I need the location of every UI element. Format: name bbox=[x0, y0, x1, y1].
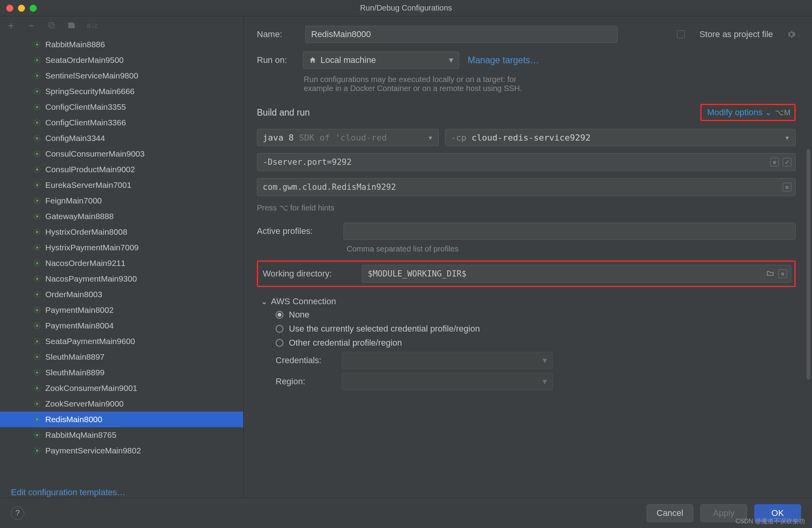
config-tree[interactable]: RabbitMain8886SeataOrderMain9500Sentinel… bbox=[0, 34, 243, 482]
run-config-icon bbox=[33, 181, 41, 189]
config-item-label: HystrixPaymentMain7009 bbox=[45, 243, 139, 252]
expand-field-icon[interactable]: ≡ bbox=[778, 269, 787, 278]
config-item-label: NacosPaymentMain9300 bbox=[45, 274, 137, 284]
config-item-label: ConsulConsumerMain9003 bbox=[45, 149, 144, 159]
config-item[interactable]: NacosOrderMain9211 bbox=[0, 255, 243, 271]
config-item[interactable]: HystrixPaymentMain7009 bbox=[0, 240, 243, 255]
scrollbar[interactable] bbox=[807, 149, 810, 380]
copy-config-button[interactable] bbox=[46, 20, 57, 31]
config-item-label: SeataPaymentMain9600 bbox=[45, 337, 135, 346]
config-item[interactable]: RabbitMain8886 bbox=[0, 37, 243, 52]
cancel-button[interactable]: Cancel bbox=[646, 504, 693, 522]
config-item-label: ZookConsumerMain9001 bbox=[45, 384, 137, 393]
run-on-hint-2: example in a Docker Container or on a re… bbox=[304, 84, 796, 93]
config-item[interactable]: NacosPaymentMain9300 bbox=[0, 271, 243, 287]
minimize-window-button[interactable] bbox=[18, 5, 25, 12]
aws-connection-toggle[interactable]: ⌄ AWS Connection bbox=[261, 296, 796, 307]
expand-field-icon[interactable]: ≡ bbox=[770, 158, 779, 166]
config-item[interactable]: ConfigClientMain3355 bbox=[0, 99, 243, 115]
config-item[interactable]: GatewayMain8888 bbox=[0, 209, 243, 224]
save-config-button[interactable] bbox=[66, 20, 77, 31]
modify-options-link[interactable]: Modify options ⌄ bbox=[707, 107, 772, 118]
run-config-icon bbox=[33, 368, 41, 377]
fullscreen-field-icon[interactable]: ⤢ bbox=[783, 158, 791, 166]
config-item-label: ZookServerMain9000 bbox=[45, 399, 124, 408]
run-on-select[interactable]: Local machine bbox=[303, 52, 459, 69]
run-config-icon bbox=[33, 290, 41, 299]
config-item-label: RabbitMqMain8765 bbox=[45, 430, 116, 440]
vm-options-input[interactable]: -Dserver.port=9292 ≡ ⤢ bbox=[257, 153, 796, 171]
config-item-label: ConfigMain3344 bbox=[45, 134, 105, 143]
chevron-down-icon: ⌄ bbox=[765, 107, 772, 118]
config-item[interactable]: EurekaServerMain7001 bbox=[0, 177, 243, 193]
config-item[interactable]: SeataOrderMain9500 bbox=[0, 52, 243, 68]
close-window-button[interactable] bbox=[6, 5, 13, 12]
run-on-label: Run on: bbox=[257, 55, 294, 65]
run-on-hint-1: Run configurations may be executed local… bbox=[304, 75, 796, 84]
working-directory-input[interactable]: $MODULE_WORKING_DIR$ ≡ bbox=[362, 265, 791, 283]
config-item[interactable]: FeignMain7000 bbox=[0, 193, 243, 209]
config-item[interactable]: ConfigMain3344 bbox=[0, 130, 243, 146]
config-item-label: SentinelServiceMain9800 bbox=[45, 71, 138, 80]
remove-config-button[interactable]: － bbox=[26, 20, 37, 31]
config-item[interactable]: PaymentServiceMain9802 bbox=[0, 443, 243, 458]
modify-options-shortcut: ⌥M bbox=[775, 108, 791, 117]
aws-region-select[interactable] bbox=[342, 373, 553, 390]
config-item-label: SeataOrderMain9500 bbox=[45, 55, 124, 65]
config-item[interactable]: RedisMain8000 bbox=[0, 412, 243, 427]
run-config-icon bbox=[33, 353, 41, 361]
run-config-icon bbox=[33, 212, 41, 221]
config-item[interactable]: ZookServerMain9000 bbox=[0, 396, 243, 412]
expand-field-icon[interactable]: ≡ bbox=[783, 183, 791, 191]
add-config-button[interactable]: ＋ bbox=[5, 20, 16, 31]
gear-icon[interactable] bbox=[787, 30, 796, 39]
main-class-input[interactable]: com.gwm.cloud.RedisMain9292 ≡ bbox=[257, 178, 796, 196]
run-config-icon bbox=[33, 431, 41, 439]
config-item[interactable]: SleuthMain8897 bbox=[0, 349, 243, 365]
window-controls bbox=[0, 5, 37, 12]
run-config-icon bbox=[33, 275, 41, 283]
sort-config-button[interactable]: a↓z bbox=[87, 20, 98, 31]
jdk-select[interactable]: java 8 SDK of 'cloud-red bbox=[257, 129, 439, 146]
titlebar: Run/Debug Configurations bbox=[0, 0, 812, 16]
config-item-label: ConsulProductMain9002 bbox=[45, 165, 135, 174]
config-item-label: ConfigClientMain3366 bbox=[45, 118, 126, 127]
config-item[interactable]: OrderMain8003 bbox=[0, 287, 243, 302]
config-item[interactable]: SleuthMain8899 bbox=[0, 365, 243, 380]
config-item[interactable]: ConsulProductMain9002 bbox=[0, 162, 243, 177]
config-item-label: PaymentMain8002 bbox=[45, 305, 114, 315]
manage-targets-link[interactable]: Manage targets… bbox=[468, 55, 539, 66]
config-item[interactable]: RabbitMqMain8765 bbox=[0, 427, 243, 443]
dialog-footer: ? Cancel Apply OK bbox=[0, 498, 812, 528]
config-item[interactable]: SeataPaymentMain9600 bbox=[0, 334, 243, 349]
aws-other-option[interactable]: Other credential profile/region bbox=[276, 338, 796, 348]
module-classpath-select[interactable]: -cp cloud-redis-service9292 bbox=[445, 129, 796, 146]
edit-templates-link[interactable]: Edit configuration templates… bbox=[0, 482, 243, 498]
config-item[interactable]: ZookConsumerMain9001 bbox=[0, 380, 243, 396]
config-item[interactable]: ConfigClientMain3366 bbox=[0, 115, 243, 130]
config-item[interactable]: ConsulConsumerMain9003 bbox=[0, 146, 243, 162]
folder-icon[interactable] bbox=[766, 269, 775, 278]
active-profiles-input[interactable] bbox=[344, 223, 796, 240]
config-item[interactable]: HystrixOrderMain8008 bbox=[0, 224, 243, 240]
aws-none-option[interactable]: None bbox=[276, 310, 796, 320]
radio-icon bbox=[276, 339, 283, 347]
active-profiles-hint: Comma separated list of profiles bbox=[347, 244, 796, 253]
run-config-icon bbox=[33, 384, 41, 392]
config-item-label: GatewayMain8888 bbox=[45, 212, 114, 221]
aws-credentials-select[interactable] bbox=[342, 352, 553, 369]
aws-use-current-option[interactable]: Use the currently selected credential pr… bbox=[276, 324, 796, 334]
chevron-down-icon: ⌄ bbox=[261, 297, 268, 306]
config-item[interactable]: SentinelServiceMain9800 bbox=[0, 68, 243, 84]
config-item[interactable]: PaymentMain8004 bbox=[0, 318, 243, 334]
help-button[interactable]: ? bbox=[11, 507, 24, 520]
active-profiles-label: Active profiles: bbox=[257, 226, 335, 236]
name-label: Name: bbox=[257, 29, 294, 39]
config-item[interactable]: PaymentMain8002 bbox=[0, 302, 243, 318]
run-config-icon bbox=[33, 400, 41, 408]
zoom-window-button[interactable] bbox=[30, 5, 37, 12]
config-item[interactable]: SpringSecurityMain6666 bbox=[0, 84, 243, 99]
svg-rect-0 bbox=[50, 24, 54, 28]
store-as-project-file-checkbox[interactable] bbox=[677, 30, 685, 38]
name-input[interactable] bbox=[305, 26, 618, 43]
